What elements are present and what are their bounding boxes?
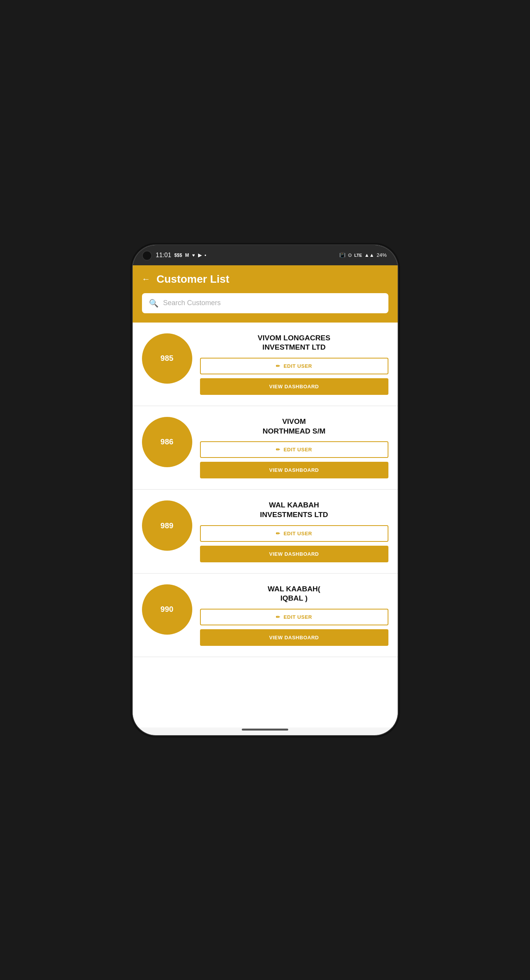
play-icon: ▶: [198, 253, 202, 258]
search-input-placeholder: Search Customers: [163, 299, 221, 307]
view-dashboard-button-990[interactable]: VIEW DASHBOARD: [200, 629, 388, 646]
edit-user-button-989[interactable]: ✏ EDIT USER: [200, 525, 388, 542]
status-time: 11:01: [156, 252, 171, 259]
customer-name-990: WAL KAABAH(IQBAL ): [200, 584, 388, 603]
battery-text: 24%: [376, 252, 386, 258]
view-dashboard-button-985[interactable]: VIEW DASHBOARD: [200, 378, 388, 395]
customer-avatar-990: 990: [142, 584, 192, 635]
header-top: ← Customer List: [142, 273, 388, 285]
search-bar[interactable]: 🔍 Search Customers: [142, 293, 388, 313]
wifi-icon: ⊙: [348, 252, 352, 258]
lte-icon: LTE: [354, 253, 362, 258]
customer-item-986: 986 VIVOMNORTHMEAD S/M ✏ EDIT USER VIEW …: [133, 406, 398, 490]
view-dashboard-button-989[interactable]: VIEW DASHBOARD: [200, 546, 388, 562]
status-bar: 11:01 $$$ M ♥ ▶ • 📳 ⊙ LTE ▲▲ 24%: [133, 245, 398, 265]
back-button[interactable]: ←: [142, 274, 150, 284]
customer-info-986: VIVOMNORTHMEAD S/M ✏ EDIT USER VIEW DASH…: [200, 417, 388, 478]
signal-icon: ▲▲: [364, 252, 374, 258]
customer-name-986: VIVOMNORTHMEAD S/M: [200, 417, 388, 436]
page-title: Customer List: [157, 273, 229, 285]
phone-frame: 11:01 $$$ M ♥ ▶ • 📳 ⊙ LTE ▲▲ 24% ← Custo…: [133, 245, 398, 735]
phone-screen: 11:01 $$$ M ♥ ▶ • 📳 ⊙ LTE ▲▲ 24% ← Custo…: [133, 245, 398, 735]
search-icon: 🔍: [149, 299, 159, 308]
pencil-icon: ✏: [276, 363, 280, 369]
customer-item-985: 985 VIVOM LONGACRESINVESTMENT LTD ✏ EDIT…: [133, 323, 398, 406]
customer-avatar-986: 986: [142, 417, 192, 467]
edit-user-button-986[interactable]: ✏ EDIT USER: [200, 441, 388, 458]
edit-user-button-990[interactable]: ✏ EDIT USER: [200, 609, 388, 625]
customer-item-990: 990 WAL KAABAH(IQBAL ) ✏ EDIT USER VIEW …: [133, 574, 398, 657]
camera-hole: [142, 251, 152, 261]
customer-avatar-985: 985: [142, 333, 192, 384]
dot-icon: •: [205, 253, 206, 258]
status-icons-text: $$$: [174, 253, 182, 258]
pencil-icon-2: ✏: [276, 447, 280, 452]
edit-user-button-985[interactable]: ✏ EDIT USER: [200, 358, 388, 374]
customer-info-985: VIVOM LONGACRESINVESTMENT LTD ✏ EDIT USE…: [200, 333, 388, 395]
home-indicator: [242, 729, 288, 731]
gmail-icon: M: [185, 253, 189, 258]
content-area: 985 VIVOM LONGACRESINVESTMENT LTD ✏ EDIT…: [133, 323, 398, 727]
pencil-icon-4: ✏: [276, 614, 280, 620]
status-bar-right: 📳 ⊙ LTE ▲▲ 24%: [339, 252, 387, 258]
customer-info-989: WAL KAABAHINVESTMENTS LTD ✏ EDIT USER VI…: [200, 500, 388, 562]
customer-avatar-989: 989: [142, 500, 192, 551]
status-bar-left: 11:01 $$$ M ♥ ▶ •: [156, 252, 206, 259]
customer-item-989: 989 WAL KAABAHINVESTMENTS LTD ✏ EDIT USE…: [133, 490, 398, 573]
app-header: ← Customer List 🔍 Search Customers: [133, 265, 398, 323]
vibrate-icon: 📳: [339, 252, 345, 258]
customer-info-990: WAL KAABAH(IQBAL ) ✏ EDIT USER VIEW DASH…: [200, 584, 388, 646]
customer-name-989: WAL KAABAHINVESTMENTS LTD: [200, 500, 388, 519]
view-dashboard-button-986[interactable]: VIEW DASHBOARD: [200, 462, 388, 478]
pencil-icon-3: ✏: [276, 531, 280, 536]
health-icon: ♥: [192, 253, 195, 258]
customer-name-985: VIVOM LONGACRESINVESTMENT LTD: [200, 333, 388, 352]
